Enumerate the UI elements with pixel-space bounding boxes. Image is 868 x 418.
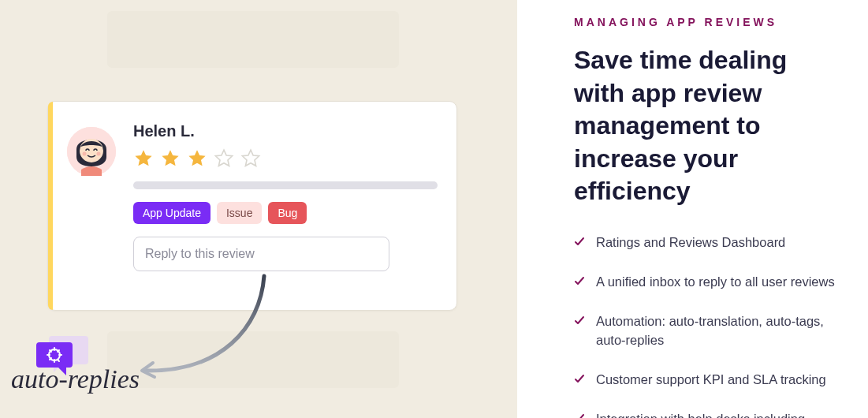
review-text-placeholder [133, 181, 438, 189]
placeholder-card-bottom [107, 331, 399, 388]
check-icon [574, 374, 585, 385]
feature-list: Ratings and Reviews Dashboard A unified … [574, 233, 836, 418]
tag-list: App Update Issue Bug [133, 202, 438, 224]
feature-text: A unified inbox to reply to all user rev… [596, 273, 835, 292]
star-rating [133, 148, 438, 169]
feature-text: Integration with help desks including Ze… [596, 410, 836, 418]
highlight-bar [48, 102, 53, 310]
headline: Save time dealing with app review manage… [574, 44, 836, 208]
feature-text: Ratings and Reviews Dashboard [596, 233, 785, 252]
reviewer-name: Helen L. [133, 122, 438, 140]
svg-point-2 [83, 152, 87, 156]
content-panel: MANAGING APP REVIEWS Save time dealing w… [517, 0, 868, 418]
star-filled-icon [133, 148, 154, 169]
check-icon [574, 315, 585, 327]
placeholder-card-top [107, 11, 399, 68]
list-item: Automation: auto-translation, auto-tags,… [574, 312, 836, 350]
check-icon [574, 413, 585, 418]
svg-point-3 [97, 152, 101, 156]
illustration-panel: Helen L. App Update Issue Bug [0, 0, 517, 418]
feature-text: Customer support KPI and SLA tracking [596, 371, 826, 390]
check-icon [574, 276, 585, 287]
tag-app-update[interactable]: App Update [133, 202, 210, 224]
star-empty-icon [214, 148, 234, 169]
list-item: A unified inbox to reply to all user rev… [574, 273, 836, 292]
star-empty-icon [240, 148, 261, 169]
avatar [67, 127, 116, 176]
feature-text: Automation: auto-translation, auto-tags,… [596, 312, 836, 350]
list-item: Ratings and Reviews Dashboard [574, 233, 836, 252]
check-icon [574, 237, 585, 248]
list-item: Customer support KPI and SLA tracking [574, 371, 836, 390]
reply-input[interactable] [133, 237, 389, 271]
star-filled-icon [187, 148, 207, 169]
tag-issue[interactable]: Issue [217, 202, 262, 224]
review-card: Helen L. App Update Issue Bug [47, 101, 457, 311]
star-filled-icon [160, 148, 181, 169]
tag-bug[interactable]: Bug [268, 202, 307, 224]
auto-replies-callout: auto-replies [11, 364, 140, 394]
eyebrow-label: MANAGING APP REVIEWS [574, 16, 836, 28]
list-item: Integration with help desks including Ze… [574, 410, 836, 418]
